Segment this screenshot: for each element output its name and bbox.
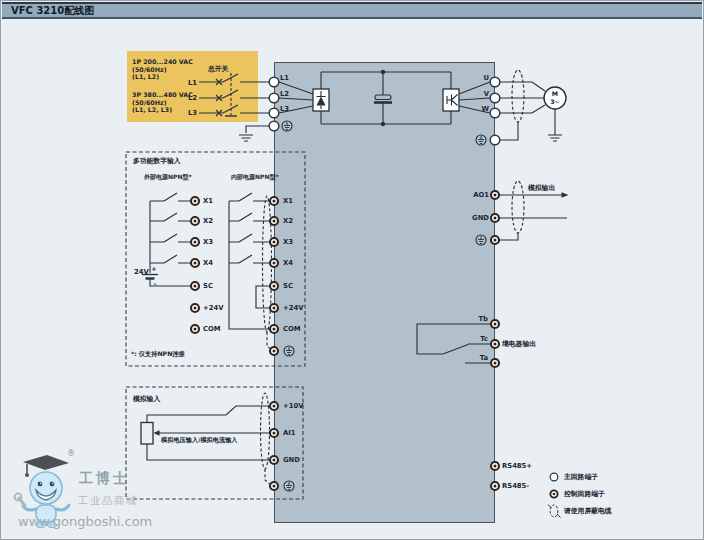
int-terminal-label-x4: X4 bbox=[283, 260, 293, 267]
legend-icons bbox=[548, 473, 561, 517]
digital-internal-wiring bbox=[229, 193, 272, 350]
wiper-arrowhead bbox=[154, 430, 160, 435]
terminal-label-10v: +10V bbox=[283, 403, 303, 410]
battery-minus-label: - bbox=[154, 281, 157, 287]
analog-output-label: 模拟输出 bbox=[528, 185, 555, 192]
external-npn-label: 外部电源NPN型* bbox=[144, 174, 192, 180]
legend-shield-cable: 请使用屏蔽电缆 bbox=[564, 508, 612, 515]
breaker-symbol bbox=[199, 73, 269, 116]
rectifier-symbol bbox=[313, 89, 329, 111]
potentiometer-symbol bbox=[141, 423, 153, 445]
npn-note: *: 仅支持NPN连接 bbox=[131, 351, 185, 357]
terminals-control bbox=[191, 191, 499, 490]
pe-icons bbox=[282, 121, 486, 491]
battery-plus-label: + bbox=[151, 266, 156, 272]
shield-ellipse-analog bbox=[261, 393, 270, 469]
ext-terminal-label-x2: X2 bbox=[203, 218, 213, 225]
int-terminal-label-sc: SC bbox=[283, 283, 293, 290]
spec2-line3: (L1, L2, L3) bbox=[132, 106, 193, 114]
terminal-label-v: V bbox=[484, 91, 489, 98]
motor-label-m: M bbox=[552, 91, 558, 97]
terminal-label-u: U bbox=[483, 75, 489, 82]
spec1-line3: (L1, L2) bbox=[132, 73, 193, 81]
watermark-registered-mark: ® bbox=[67, 449, 75, 458]
int-terminal-label-24v: +24V bbox=[283, 305, 303, 312]
wiring-svg bbox=[1, 1, 704, 540]
int-terminal-label-x2: X2 bbox=[283, 218, 293, 225]
ext-terminal-label-24v: +24V bbox=[203, 305, 223, 312]
digital-section-title: 多功能数字输入 bbox=[133, 158, 181, 165]
inverter-symbol bbox=[443, 89, 459, 111]
power-spec-3p: 3P 380...480 VAC (50/60Hz) (L1, L2, L3) bbox=[132, 91, 193, 114]
analog-section-title: 模拟输入 bbox=[133, 396, 160, 403]
ext-terminal-label-x4: X4 bbox=[203, 260, 213, 267]
watermark-url: www.gongboshi.com bbox=[18, 514, 152, 529]
breaker-label-l1: L1 bbox=[188, 80, 197, 87]
power-spec-1p: 1P 200...240 VAC (50/60Hz) (L1, L2) bbox=[132, 58, 193, 81]
digital-external-wiring bbox=[142, 193, 190, 286]
terminal-label-l3: L3 bbox=[280, 106, 289, 113]
legend-main-terminal: 主回路端子 bbox=[564, 474, 598, 481]
shield-ellipse-motor bbox=[512, 70, 524, 122]
shield-ellipse-ao bbox=[512, 181, 524, 233]
main-switch-label: 总开关 bbox=[208, 66, 228, 73]
ao-arrowhead bbox=[562, 192, 569, 198]
terminal-label-ai1: AI1 bbox=[283, 430, 296, 437]
digital-input-dashed-box bbox=[126, 152, 305, 366]
wiring-diagram-page: VFC 3210配线图 bbox=[0, 0, 704, 540]
watermark-subtitle: 工业品商城 bbox=[78, 494, 138, 508]
shield-cable-icon bbox=[548, 505, 561, 518]
terminal-label-rs485m: RS485- bbox=[502, 483, 529, 490]
ext-terminal-label-sc: SC bbox=[203, 283, 213, 290]
legend-control-terminal: 控制回路端子 bbox=[564, 491, 605, 498]
analog-signal-label: 模拟电压输入/模拟电流输入 bbox=[161, 437, 238, 443]
terminal-label-ta: Ta bbox=[480, 355, 488, 362]
terminal-label-gnd-in: GND bbox=[283, 457, 300, 464]
breaker-label-l3: L3 bbox=[188, 110, 197, 117]
spec1-line2: (50/60Hz) bbox=[132, 66, 193, 74]
int-terminal-label-x1: X1 bbox=[283, 198, 293, 205]
terminal-label-w: W bbox=[482, 106, 490, 113]
ext-terminal-label-com: COM bbox=[203, 326, 221, 333]
relay-output-label: 继电器输出 bbox=[502, 341, 536, 348]
int-terminal-label-x3: X3 bbox=[283, 239, 293, 246]
terminal-label-rs485p: RS485+ bbox=[502, 463, 532, 470]
breaker-label-l2: L2 bbox=[188, 95, 197, 102]
ext-terminal-label-x1: X1 bbox=[203, 198, 213, 205]
terminal-label-l2: L2 bbox=[280, 91, 289, 98]
terminals-main bbox=[269, 77, 500, 145]
terminal-label-ao1: AO1 bbox=[473, 192, 489, 199]
terminal-label-l1: L1 bbox=[280, 75, 289, 82]
terminal-label-tb: Tb bbox=[478, 316, 488, 323]
motor-label-phase: 3~ bbox=[550, 99, 560, 105]
terminal-label-gnd-out: GND bbox=[472, 215, 489, 222]
internal-npn-label: 内部电源NPN型* bbox=[231, 174, 279, 180]
battery-voltage-label: 24V bbox=[134, 269, 149, 276]
terminal-label-tc: Tc bbox=[480, 336, 488, 343]
int-terminal-label-com: COM bbox=[283, 326, 301, 333]
spec1-line1: 1P 200...240 VAC bbox=[132, 58, 193, 66]
spec2-line2: (50/60Hz) bbox=[132, 99, 193, 107]
spec2-line1: 3P 380...480 VAC bbox=[132, 91, 193, 99]
ext-terminal-label-x3: X3 bbox=[203, 239, 213, 246]
dc-capacitor bbox=[374, 70, 392, 126]
watermark-brand: 工博士 bbox=[79, 470, 130, 488]
